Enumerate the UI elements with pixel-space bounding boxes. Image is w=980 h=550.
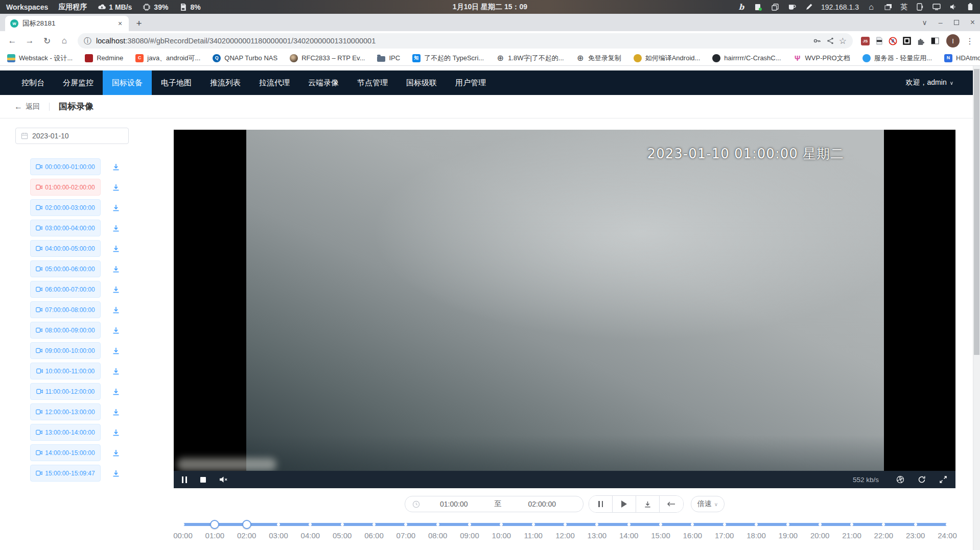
bookmark-item[interactable]: ⊕免登录复制	[576, 54, 621, 63]
download-button[interactable]	[636, 496, 660, 512]
download-record-button[interactable]	[112, 388, 120, 396]
browser-menu-icon[interactable]: ⋮	[965, 36, 975, 46]
input-method-indicator[interactable]: 英	[900, 3, 907, 12]
record-segment-button[interactable]: 14:00:00-15:00:00	[30, 444, 101, 461]
bookmark-item[interactable]: hairrrrr/C-CrashC...	[712, 54, 781, 62]
workspaces-button[interactable]: Workspaces	[6, 3, 48, 11]
applications-button[interactable]: 应用程序	[58, 3, 87, 12]
nav-item-2[interactable]: 分屏监控	[54, 70, 103, 95]
record-segment-button[interactable]: 07:00:00-08:00:00	[30, 301, 101, 318]
record-segment-button[interactable]: 06:00:00-07:00:00	[30, 281, 101, 298]
page-scrollbar[interactable]	[973, 66, 980, 550]
record-segment-button[interactable]: 01:00:00-02:00:00	[30, 179, 101, 196]
nav-item-4[interactable]: 电子地图	[152, 70, 201, 95]
extensions-puzzle-icon[interactable]	[917, 37, 925, 45]
speed-dropdown[interactable]: 倍速 ∨	[691, 496, 725, 512]
bookmark-item[interactable]: NHDAtmos :: 种子 *...	[944, 54, 980, 63]
notes-tray-icon[interactable]	[754, 3, 763, 12]
nav-item-7[interactable]: 云端录像	[299, 70, 348, 95]
nav-item-5[interactable]: 推流列表	[201, 70, 250, 95]
download-record-button[interactable]	[112, 163, 120, 171]
record-segment-button[interactable]: 12:00:00-13:00:00	[30, 403, 101, 420]
nav-item-6[interactable]: 拉流代理	[250, 70, 299, 95]
download-record-button[interactable]	[112, 367, 120, 375]
bookmark-item[interactable]: 如何编译Android...	[634, 54, 701, 63]
record-segment-button[interactable]: 03:00:00-04:00:00	[30, 220, 101, 236]
user-menu[interactable]: 欢迎，admin ∨	[906, 78, 973, 87]
address-bar[interactable]: ⓘ localhost:38080/#/gbRecordDetail/34020…	[78, 33, 853, 49]
record-segment-button[interactable]: 05:00:00-06:00:00	[30, 260, 101, 277]
display-tray-icon[interactable]	[932, 3, 941, 12]
download-record-button[interactable]	[112, 224, 120, 232]
pause-icon[interactable]	[182, 476, 187, 483]
download-record-button[interactable]	[112, 245, 120, 253]
phone-sync-icon[interactable]	[915, 3, 924, 12]
bookmark-item[interactable]: IPC	[377, 54, 400, 62]
download-record-button[interactable]	[112, 408, 120, 416]
nav-item-3[interactable]: 国标设备	[103, 70, 152, 95]
record-segment-button[interactable]: 11:00:00-12:00:00	[30, 383, 101, 400]
coffee-cup-icon[interactable]	[787, 3, 797, 12]
speaker-tray-icon[interactable]	[949, 3, 958, 12]
password-key-icon[interactable]	[812, 36, 822, 45]
record-segment-button[interactable]: 02:00:00-03:00:00	[30, 199, 101, 216]
scrollbar-thumb[interactable]	[974, 69, 979, 355]
download-record-button[interactable]	[112, 306, 120, 314]
time-range-input[interactable]: 01:00:00 至 02:00:00	[405, 496, 584, 512]
refresh-icon[interactable]	[918, 475, 926, 484]
download-record-button[interactable]	[112, 449, 120, 457]
nav-item-9[interactable]: 国标级联	[397, 70, 446, 95]
battery-icon[interactable]	[966, 3, 975, 12]
bookmark-item[interactable]: Cjava、android可...	[135, 54, 200, 63]
home-tray-icon[interactable]: ⌂	[867, 3, 876, 12]
profile-avatar[interactable]: I	[946, 34, 960, 47]
forward-icon[interactable]: →	[22, 34, 37, 48]
download-record-button[interactable]	[112, 469, 120, 477]
window-restore-icon[interactable]	[954, 20, 959, 25]
download-record-button[interactable]	[112, 183, 120, 192]
mute-icon[interactable]	[219, 476, 228, 483]
end-time-value[interactable]: 02:00:00	[508, 500, 576, 508]
mask-extension-icon[interactable]	[875, 37, 883, 45]
timeline-start-handle[interactable]	[210, 520, 219, 529]
record-segment-button[interactable]: 13:00:00-14:00:00	[30, 424, 101, 441]
browser-tab[interactable]: w 国标28181 ×	[5, 16, 129, 31]
nav-item-10[interactable]: 用户管理	[446, 70, 495, 95]
stop-icon[interactable]	[200, 477, 206, 483]
download-record-button[interactable]	[112, 347, 120, 355]
blocker-extension-icon[interactable]	[889, 37, 897, 45]
new-tab-button[interactable]: +	[132, 16, 146, 31]
bookmark-item[interactable]: ΨWVP-PRO文档	[794, 54, 850, 63]
reload-icon[interactable]: ↻	[40, 34, 54, 48]
start-time-value[interactable]: 01:00:00	[420, 500, 488, 508]
window-minimize-icon[interactable]: –	[939, 18, 943, 27]
back-button[interactable]: ← 返回	[14, 102, 40, 111]
ip-address[interactable]: 192.168.1.3	[821, 3, 859, 11]
reader-extension-icon[interactable]	[931, 37, 939, 45]
fullscreen-icon[interactable]	[939, 475, 947, 484]
bookmark-item[interactable]: Redmine	[85, 54, 123, 62]
js-extension-icon[interactable]: JS	[861, 37, 870, 45]
record-segment-button[interactable]: 15:00:00-15:09:47	[30, 465, 101, 482]
bookmark-item[interactable]: 知了不起的 TypeScri...	[412, 54, 484, 63]
share-icon[interactable]	[826, 37, 834, 45]
clipboard-tray-icon[interactable]	[771, 3, 780, 12]
nav-item-1[interactable]: 控制台	[12, 70, 54, 95]
browser-home-icon[interactable]: ⌂	[57, 34, 72, 48]
timeline-end-handle[interactable]	[242, 520, 251, 529]
frame-extension-icon[interactable]	[903, 37, 911, 45]
play-button[interactable]	[613, 496, 636, 512]
pause-button[interactable]	[589, 496, 613, 512]
window-close-icon[interactable]: ×	[970, 18, 975, 27]
download-record-button[interactable]	[112, 326, 120, 334]
url-text[interactable]: localhost:38080/#/gbRecordDetail/3402000…	[96, 37, 808, 45]
record-segment-button[interactable]: 09:00:00-10:00:00	[30, 342, 101, 359]
b-tray-icon[interactable]: b	[737, 3, 746, 12]
bookmark-item[interactable]: ⊕1.8W字|了不起的...	[496, 54, 564, 63]
site-info-icon[interactable]: ⓘ	[84, 36, 91, 46]
snapshot-aperture-icon[interactable]	[896, 475, 904, 484]
download-record-button[interactable]	[112, 285, 120, 294]
record-segment-button[interactable]: 10:00:00-11:00:00	[30, 363, 101, 379]
bookmark-item[interactable]: 服务器 - 轻量应用...	[862, 54, 932, 63]
windows-stack-icon[interactable]	[883, 3, 893, 12]
